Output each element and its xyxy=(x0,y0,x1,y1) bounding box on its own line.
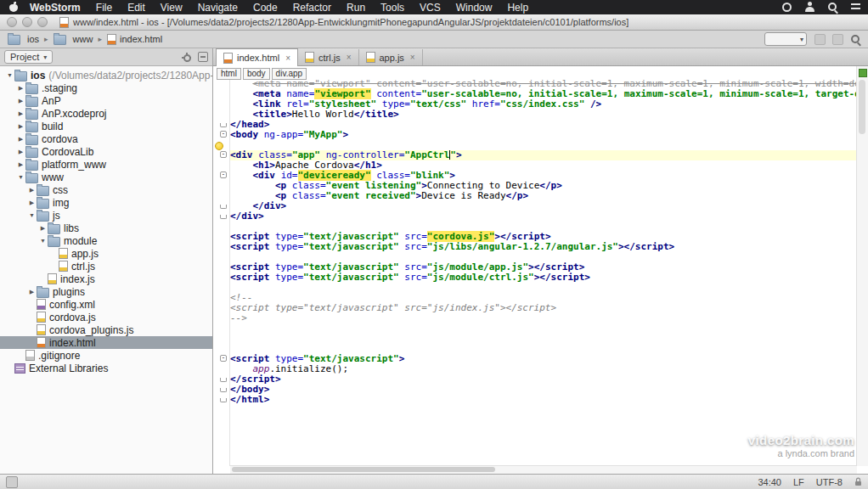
tree-item-anp[interactable]: ▶AnP xyxy=(0,94,212,107)
line-separator-widget[interactable]: LF xyxy=(793,477,804,487)
chevron-down-icon[interactable]: ▼ xyxy=(38,238,48,244)
chevron-right-icon[interactable]: ▶ xyxy=(16,110,25,117)
breadcrumb-item-www[interactable]: www xyxy=(53,33,94,45)
code-line[interactable]: </body> xyxy=(213,385,857,395)
tree-item-www[interactable]: ▼www xyxy=(0,171,212,183)
tree-item-js[interactable]: ▼js xyxy=(0,209,212,222)
code-line[interactable]: --> xyxy=(213,313,857,323)
fold-collapse-icon[interactable]: - xyxy=(220,131,227,138)
tab-index-html[interactable]: index.html× xyxy=(216,48,298,66)
chevron-down-icon[interactable]: ▼ xyxy=(5,72,14,78)
menu-window[interactable]: Window xyxy=(448,2,500,14)
chevron-right-icon[interactable]: ▶ xyxy=(16,85,25,92)
record-icon[interactable] xyxy=(781,2,792,13)
app-menu-webstorm[interactable]: WebStorm xyxy=(22,2,88,14)
tree-item-gitignore[interactable]: .gitignore xyxy=(0,349,212,362)
run-configuration-dropdown[interactable]: ▾ xyxy=(764,32,807,46)
tree-item-anp-xcodeproj[interactable]: ▶AnP.xcodeproj xyxy=(0,107,212,120)
breadcrumb-item-ios[interactable]: ios xyxy=(7,33,40,45)
menu-code[interactable]: Code xyxy=(245,2,285,14)
list-icon[interactable] xyxy=(850,2,861,13)
menu-edit[interactable]: Edit xyxy=(120,2,153,14)
close-tab-icon[interactable]: × xyxy=(410,53,415,62)
menu-run[interactable]: Run xyxy=(339,2,373,14)
code-line[interactable]: </div> xyxy=(213,201,857,211)
fold-end-icon[interactable] xyxy=(220,378,227,382)
chevron-right-icon[interactable]: ▶ xyxy=(16,98,25,104)
close-tab-icon[interactable]: × xyxy=(347,53,352,62)
code-line[interactable]: </script> xyxy=(213,374,857,385)
code-line[interactable]: <script type="text/javascript" src="js/i… xyxy=(213,303,857,313)
run-icon[interactable] xyxy=(814,34,826,45)
fold-end-icon[interactable] xyxy=(220,215,227,219)
menu-navigate[interactable]: Navigate xyxy=(190,2,245,14)
tab-app-js[interactable]: app.js× xyxy=(359,49,423,65)
search-icon[interactable] xyxy=(850,34,861,45)
inspection-status-indicator[interactable] xyxy=(859,69,867,77)
tool-window-switcher-icon[interactable] xyxy=(6,476,18,488)
close-tab-icon[interactable]: × xyxy=(285,53,290,63)
chevron-right-icon[interactable]: ▶ xyxy=(16,123,25,130)
chevron-right-icon[interactable]: ▶ xyxy=(27,289,37,295)
tree-item-cordova[interactable]: ▶cordova xyxy=(0,132,212,145)
menu-refactor[interactable]: Refactor xyxy=(285,2,339,14)
apple-menu-icon[interactable] xyxy=(8,2,19,13)
tree-item-libs[interactable]: ▶libs xyxy=(0,222,212,234)
tree-item-cordova-plugins-js[interactable]: cordova_plugins.js xyxy=(0,323,212,336)
breadcrumb-body[interactable]: body xyxy=(243,68,270,80)
tree-item-build[interactable]: ▶build xyxy=(0,120,212,132)
project-view-dropdown[interactable]: Project ▾ xyxy=(4,50,53,64)
breadcrumb-html[interactable]: html xyxy=(217,68,241,80)
chevron-right-icon[interactable]: ▶ xyxy=(27,187,37,194)
tree-item-ctrl-js[interactable]: ctrl.js xyxy=(0,260,212,273)
tree-item-platform-www[interactable]: ▶platform_www xyxy=(0,158,212,171)
code-line[interactable]: </div> xyxy=(213,211,857,222)
tree-item-app-js[interactable]: app.js xyxy=(0,247,212,260)
intention-bulb-icon[interactable] xyxy=(215,142,223,150)
editor[interactable]: htmlbodydiv.app <meta name="viewport" co… xyxy=(213,66,868,474)
user-icon[interactable] xyxy=(804,2,815,13)
chevron-right-icon[interactable]: ▶ xyxy=(16,136,25,143)
code-line[interactable]: </html> xyxy=(213,395,857,405)
code-line[interactable]: <p class="event received">Device is Read… xyxy=(213,191,857,201)
menu-help[interactable]: Help xyxy=(499,2,536,14)
menu-tools[interactable]: Tools xyxy=(373,2,412,14)
error-stripe[interactable] xyxy=(856,66,868,466)
chevron-right-icon[interactable]: ▶ xyxy=(38,225,48,232)
chevron-down-icon[interactable]: ▼ xyxy=(16,174,25,180)
zoom-window-button[interactable] xyxy=(37,17,48,27)
gear-icon[interactable] xyxy=(181,52,192,63)
menu-vcs[interactable]: VCS xyxy=(412,2,448,14)
chevron-right-icon[interactable]: ▶ xyxy=(27,200,37,206)
tree-item-index-html[interactable]: index.html xyxy=(0,336,212,349)
tree-item-ios[interactable]: ▼ios(/Volumes/data2/projects2/1280App-En… xyxy=(0,69,212,82)
chevron-down-icon[interactable]: ▼ xyxy=(27,212,37,218)
code-line[interactable] xyxy=(213,283,857,293)
code-line[interactable]: app.initialize(); xyxy=(213,364,857,374)
fold-collapse-icon[interactable]: - xyxy=(220,151,227,158)
collapse-all-icon[interactable] xyxy=(198,52,208,62)
code-line[interactable]: <script type="text/javascript" src="js/m… xyxy=(213,273,857,283)
code-lines[interactable]: <meta name="viewport" content="user-scal… xyxy=(213,79,857,466)
tree-item-css[interactable]: ▶css xyxy=(0,183,212,196)
code-line[interactable]: -<body ng-app="MyApp"> xyxy=(213,130,857,140)
code-line[interactable] xyxy=(213,334,857,344)
fold-collapse-icon[interactable]: - xyxy=(220,355,227,362)
tree-item-plugins[interactable]: ▶plugins xyxy=(0,285,212,298)
caret-position-widget[interactable]: 34:40 xyxy=(758,477,781,487)
window-title-bar[interactable]: www/index.html - ios - [/Volumes/data2/p… xyxy=(0,14,868,31)
tree-item-external-libraries[interactable]: External Libraries xyxy=(0,362,212,374)
settings-icon[interactable] xyxy=(832,34,843,45)
minimize-window-button[interactable] xyxy=(22,17,32,27)
horizontal-scrollbar[interactable] xyxy=(230,465,857,474)
close-window-button[interactable] xyxy=(7,17,17,27)
vertical-scrollbar-thumb[interactable] xyxy=(859,80,865,134)
tree-item-cordova-js[interactable]: cordova.js xyxy=(0,311,212,323)
tree-item-module[interactable]: ▼module xyxy=(0,234,212,247)
tree-item-cordovalib[interactable]: ▶CordovaLib xyxy=(0,145,212,158)
tree-item-staging[interactable]: ▶.staging xyxy=(0,82,212,94)
code-line[interactable]: <script type="text/javascript" src="js/l… xyxy=(213,242,857,252)
menu-view[interactable]: View xyxy=(153,2,190,14)
menu-file[interactable]: File xyxy=(88,2,120,14)
code-line[interactable] xyxy=(213,323,857,334)
